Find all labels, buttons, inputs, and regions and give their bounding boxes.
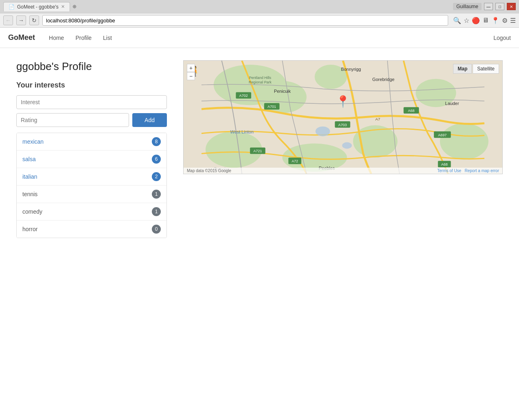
zoom-out-button[interactable]: − bbox=[187, 72, 195, 80]
interest-badge: 8 bbox=[152, 137, 161, 146]
interest-badge: 2 bbox=[152, 172, 161, 181]
add-button[interactable]: Add bbox=[132, 113, 167, 127]
svg-point-35 bbox=[342, 142, 352, 149]
logout-link[interactable]: Logout bbox=[493, 35, 511, 41]
svg-text:Bonnyrigg: Bonnyrigg bbox=[341, 67, 361, 72]
interest-name[interactable]: horror bbox=[22, 226, 37, 232]
zoom-in-button[interactable]: + bbox=[187, 64, 195, 72]
address-bar[interactable] bbox=[42, 15, 448, 26]
forward-button[interactable]: → bbox=[16, 15, 26, 25]
svg-text:A701: A701 bbox=[267, 105, 276, 109]
report-link[interactable]: Report a map error bbox=[465, 168, 499, 173]
tab-title: GoMeet - ggobbe's bbox=[17, 4, 59, 10]
refresh-button[interactable]: ↻ bbox=[29, 15, 39, 25]
svg-text:A68: A68 bbox=[441, 162, 448, 166]
svg-point-34 bbox=[315, 127, 330, 136]
svg-text:A68: A68 bbox=[408, 109, 414, 113]
maximize-button[interactable]: □ bbox=[495, 3, 504, 10]
svg-text:Pentland Hills: Pentland Hills bbox=[249, 76, 272, 80]
svg-text:Gorebridge: Gorebridge bbox=[372, 77, 394, 82]
interest-badge: 1 bbox=[152, 207, 161, 216]
svg-text:A702: A702 bbox=[239, 94, 248, 98]
svg-text:West Linton: West Linton bbox=[230, 129, 254, 134]
svg-text:Penicuik: Penicuik bbox=[274, 89, 291, 94]
svg-text:A721: A721 bbox=[254, 149, 262, 153]
rating-input[interactable] bbox=[16, 113, 129, 127]
svg-text:Regional Park: Regional Park bbox=[249, 80, 272, 84]
tab-favicon: 📄 bbox=[9, 4, 15, 10]
interest-input[interactable] bbox=[16, 95, 167, 109]
map-type-controls: Map Satellite bbox=[453, 64, 499, 74]
interest-name[interactable]: comedy bbox=[22, 208, 42, 215]
app-navbar: GoMeet Home Profile List Logout bbox=[0, 28, 519, 48]
close-button[interactable]: ✕ bbox=[507, 3, 516, 10]
map-zoom: + − bbox=[187, 64, 195, 80]
interest-item: horror0 bbox=[17, 221, 166, 238]
terms-link[interactable]: Terms of Use bbox=[437, 168, 461, 173]
interest-item: tennis1 bbox=[17, 186, 166, 203]
interest-badge: 6 bbox=[152, 155, 161, 164]
addon-icon[interactable]: 🔴 bbox=[472, 17, 480, 24]
svg-text:A7: A7 bbox=[375, 117, 381, 121]
search-icon[interactable]: 🔍 bbox=[453, 17, 461, 24]
interest-badge: 1 bbox=[152, 190, 161, 199]
tab-close-icon[interactable]: ✕ bbox=[61, 4, 65, 9]
svg-text:A72: A72 bbox=[291, 159, 298, 163]
nav-links: Home Profile List bbox=[43, 28, 118, 47]
interest-item: comedy1 bbox=[17, 203, 166, 221]
interests-heading: Your interests bbox=[16, 81, 167, 90]
svg-text:Lauder: Lauder bbox=[445, 101, 459, 106]
map-pin: 📍 bbox=[336, 95, 350, 108]
browser-tab[interactable]: 📄 GoMeet - ggobbe's ✕ bbox=[3, 2, 70, 11]
star-icon[interactable]: ☆ bbox=[464, 17, 469, 24]
interest-badge: 0 bbox=[152, 225, 161, 234]
interest-item: salsa6 bbox=[17, 151, 166, 168]
location-icon[interactable]: 📍 bbox=[491, 17, 499, 24]
nav-list[interactable]: List bbox=[97, 28, 118, 47]
interest-name[interactable]: italian bbox=[22, 173, 37, 180]
minimize-button[interactable]: — bbox=[484, 3, 493, 10]
map-button[interactable]: Map bbox=[453, 64, 472, 74]
interest-item: mexican8 bbox=[17, 133, 166, 151]
satellite-button[interactable]: Satellite bbox=[473, 64, 499, 74]
app-brand[interactable]: GoMeet bbox=[8, 33, 35, 42]
settings-icon[interactable]: ⚙ bbox=[502, 17, 508, 24]
screen-icon[interactable]: 🖥 bbox=[482, 17, 489, 24]
left-panel: ggobbe's Profile Your interests Add mexi… bbox=[16, 60, 167, 238]
map-container[interactable]: A701 A702 A703 A68 A697 A721 A72 A68 Bon… bbox=[183, 60, 503, 174]
interest-name[interactable]: tennis bbox=[22, 191, 37, 197]
page-title: ggobbe's Profile bbox=[16, 60, 167, 73]
svg-text:A697: A697 bbox=[438, 133, 447, 137]
back-button[interactable]: ← bbox=[3, 15, 13, 25]
user-label: Guillaume bbox=[453, 3, 482, 10]
svg-text:A703: A703 bbox=[338, 123, 347, 127]
map-credit: Map data ©2015 Google bbox=[187, 168, 231, 173]
interest-name[interactable]: salsa bbox=[22, 156, 36, 162]
interest-name[interactable]: mexican bbox=[22, 138, 44, 145]
interests-list: mexican8salsa6italian2tennis1comedy1horr… bbox=[16, 133, 167, 238]
nav-profile[interactable]: Profile bbox=[70, 28, 97, 47]
new-tab-icon[interactable]: ⊕ bbox=[72, 4, 77, 9]
map-footer: Map data ©2015 Google Terms of Use Repor… bbox=[184, 168, 502, 174]
svg-point-5 bbox=[440, 123, 488, 160]
nav-home[interactable]: Home bbox=[43, 28, 70, 47]
interest-item: italian2 bbox=[17, 168, 166, 186]
menu-icon[interactable]: ☰ bbox=[510, 17, 516, 24]
